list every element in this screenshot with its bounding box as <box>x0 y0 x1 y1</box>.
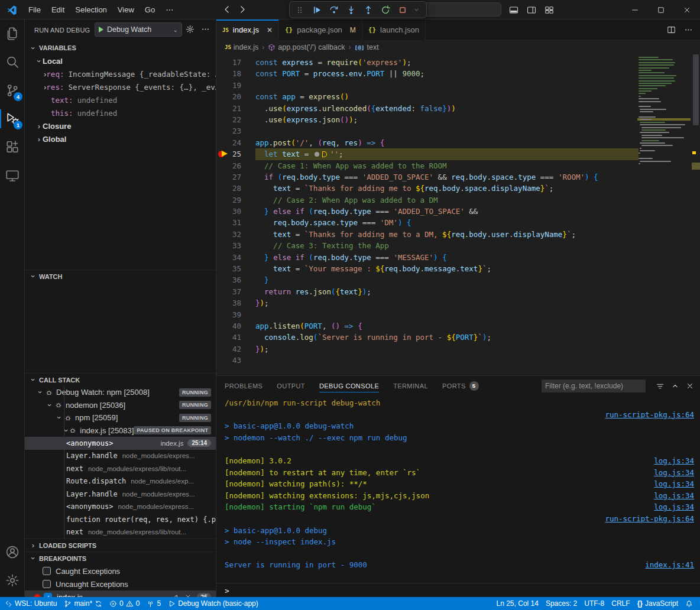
code-line-27[interactable]: 27 if (req.body.type === 'ADDED_TO_SPACE… <box>216 171 700 183</box>
split-editor-icon[interactable] <box>667 25 676 34</box>
source-link[interactable]: run-script-pkg.js:64 <box>605 513 694 525</box>
menu-view[interactable]: View <box>112 3 140 16</box>
debug-console-input[interactable]: > <box>216 583 700 598</box>
status-remote-indicator[interactable]: WSL: Ubuntu <box>1 597 60 610</box>
source-link[interactable]: log.js:34 <box>654 478 694 490</box>
console-line[interactable]: [nodemon] to restart at any time, enter … <box>216 467 700 479</box>
callstack-frame[interactable]: function router(req, res, next) {.pr... <box>25 513 216 526</box>
console-line[interactable]: run-script-pkg.js:64 <box>216 409 700 421</box>
back-icon[interactable] <box>222 5 232 14</box>
source-link[interactable]: run-script-pkg.js:64 <box>605 409 694 421</box>
step-over-button[interactable] <box>328 4 341 17</box>
tab-index-js[interactable]: JSindex.js✕ <box>216 20 279 40</box>
code-line-42[interactable]: 42}); <box>216 343 700 355</box>
status-eol[interactable]: CRLF <box>608 597 633 610</box>
console-line[interactable]: /usr/bin/npm run-script debug-watch <box>216 397 700 409</box>
maximize-panel-icon[interactable] <box>671 382 679 390</box>
code-line-26[interactable]: 26 // Case 1: When App was added to the … <box>216 160 700 171</box>
code-line-20[interactable]: 20const app = express() <box>216 91 700 102</box>
console-line[interactable]: run-script-pkg.js:64 <box>216 513 700 525</box>
launch-config-dropdown[interactable]: Debug Watch ⌄ <box>95 22 182 37</box>
callstack-session[interactable]: ›nodemon [25036]RUNNING <box>25 399 216 412</box>
breadcrumb-item[interactable]: [@]text <box>354 43 378 51</box>
stop-button[interactable] <box>396 4 409 17</box>
callstack-frame[interactable]: nextnode_modules/express/lib/rout... <box>25 526 216 539</box>
status-encoding[interactable]: UTF-8 <box>581 597 608 610</box>
callstack-session[interactable]: ›Debug Watch: npm [25008]RUNNING <box>25 386 216 399</box>
code-line-29[interactable]: 29 // Case 2: When App was added to a DM <box>216 194 700 206</box>
menu-file[interactable]: File <box>23 3 46 16</box>
console-filter-input[interactable] <box>542 379 646 392</box>
breakpoint-caught-exceptions[interactable]: Caught Exceptions <box>25 564 216 577</box>
source-link[interactable]: log.js:34 <box>654 467 694 479</box>
code-line-36[interactable]: 36 } <box>216 274 700 285</box>
breakpoint-file-row[interactable]: ✓index.js25 <box>25 590 216 597</box>
restart-button[interactable] <box>379 4 392 17</box>
breadcrumb-item[interactable]: JSindex.js <box>225 43 258 51</box>
activity-remote-explorer[interactable] <box>0 161 25 190</box>
call-stack-header[interactable]: ›CALL STACK <box>25 373 216 386</box>
callstack-frame[interactable]: <anonymous>node_modules/express... <box>25 501 216 514</box>
status-indentation[interactable]: Spaces: 2 <box>542 597 581 610</box>
callstack-frame[interactable]: <anonymous>index.js25:14 <box>25 437 216 450</box>
panel-tab-output[interactable]: OUTPUT <box>277 376 305 395</box>
code-line-34[interactable]: 34 } else if (req.body.type === 'MESSAGE… <box>216 252 700 263</box>
close-panel-icon[interactable] <box>686 382 694 390</box>
code-line-32[interactable]: 32 text = `Thanks for adding me to a DM,… <box>216 229 700 240</box>
checkbox-unchecked[interactable] <box>43 567 51 575</box>
source-link[interactable]: log.js:34 <box>654 490 694 502</box>
loaded-scripts-header[interactable]: ›LOADED SCRIPTS <box>25 538 216 551</box>
minimap[interactable] <box>639 57 692 168</box>
source-link[interactable]: index.js:41 <box>645 559 694 571</box>
code-line-35[interactable]: 35 text = `Your message : ${req.body.mes… <box>216 263 700 274</box>
callstack-frame[interactable]: Layer.handlenode_modules/expres... <box>25 450 216 463</box>
scrollbar-thumb[interactable] <box>693 54 699 125</box>
activity-search[interactable] <box>0 48 25 76</box>
code-line-38[interactable]: 38}); <box>216 297 700 309</box>
status-notifications[interactable] <box>682 597 696 610</box>
code-line-40[interactable]: 40app.listen(PORT, () => { <box>216 320 700 332</box>
toggle-panel-icon[interactable] <box>505 0 523 20</box>
code-line-43[interactable]: 43 <box>216 355 700 366</box>
console-line[interactable]: > nodemon --watch ./ --exec npm run debu… <box>216 432 700 444</box>
panel-tab-problems[interactable]: PROBLEMS <box>225 376 262 395</box>
filter-icon[interactable] <box>656 382 665 391</box>
start-debug-icon[interactable] <box>99 27 103 33</box>
code-line-19[interactable]: 19 <box>216 80 700 91</box>
source-link[interactable]: log.js:34 <box>654 501 694 513</box>
toolbar-grip-icon[interactable] <box>293 4 306 17</box>
debug-console-output[interactable]: /usr/bin/npm run-script debug-watchrun-s… <box>216 397 700 583</box>
code-line-22[interactable]: 22 .use(express.json()); <box>216 114 700 125</box>
menu-edit[interactable]: Edit <box>46 3 70 16</box>
activity-extensions[interactable] <box>0 133 25 161</box>
minimize-button[interactable] <box>622 0 648 20</box>
variable-row[interactable]: ›res:ServerResponse {_events: {…}, _ev… <box>25 80 216 93</box>
continue-button[interactable] <box>310 4 323 17</box>
customize-layout-icon[interactable] <box>540 0 558 20</box>
code-line-24[interactable]: 24app.post('/', (req, res) => { <box>216 137 700 148</box>
step-into-button[interactable] <box>345 4 358 17</box>
console-line[interactable]: Server is running in port - 9000index.js… <box>216 559 700 571</box>
views-more-icon[interactable] <box>201 25 210 34</box>
maximize-button[interactable] <box>648 0 674 20</box>
code-line-28[interactable]: 28 text = `Thanks for adding me to ${req… <box>216 183 700 194</box>
source-link[interactable]: log.js:34 <box>654 455 694 467</box>
variables-scope-local[interactable]: ›Local <box>25 54 216 67</box>
checkbox-checked[interactable]: ✓ <box>44 593 52 597</box>
status-cursor-position[interactable]: Ln 25, Col 14 <box>493 597 542 610</box>
code-editor[interactable]: 17const express = require('express');18c… <box>216 54 700 375</box>
callstack-frame[interactable]: Route.dispatchnode_modules/exp... <box>25 475 216 488</box>
console-line[interactable]: > basic-app@1.0.0 debug-watch <box>216 420 700 432</box>
toggle-secondary-sidebar-icon[interactable] <box>523 0 540 20</box>
checkbox-unchecked[interactable] <box>43 580 51 588</box>
variables-header[interactable]: ›VARIABLES <box>25 41 216 54</box>
panel-tab-terminal[interactable]: TERMINAL <box>393 376 428 395</box>
callstack-session[interactable]: ›npm [25059]RUNNING <box>25 411 216 424</box>
code-line-41[interactable]: 41 console.log(`Server is running in por… <box>216 332 700 343</box>
debug-settings-gear-icon[interactable] <box>186 25 195 34</box>
variables-scope-closure[interactable]: ›Closure <box>25 119 216 132</box>
console-line[interactable]: [nodemon] starting `npm run debug`log.js… <box>216 501 700 513</box>
code-line-23[interactable]: 23 <box>216 125 700 137</box>
breadcrumb-item[interactable]: app.post('/') callback <box>268 43 345 51</box>
code-line-30[interactable]: 30 } else if (req.body.type === 'ADDED_T… <box>216 206 700 217</box>
